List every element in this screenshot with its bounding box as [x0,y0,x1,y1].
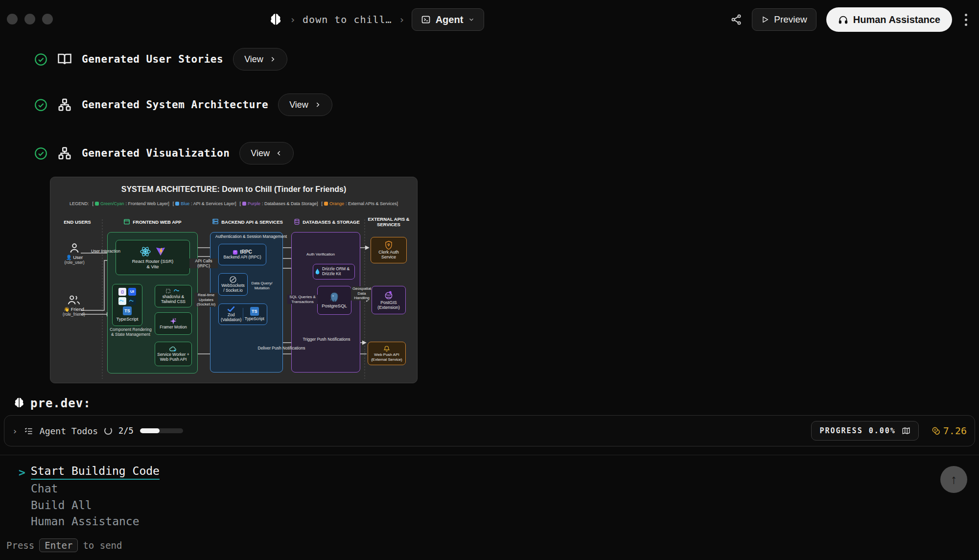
option-label: Build All [31,499,92,512]
edge-data-query: Data Query/ Mutation [248,281,276,290]
diagram-title: SYSTEM ARCHITECTURE: Down to Chill (Tind… [50,185,417,194]
person-icon [68,242,81,255]
sitemap-icon [57,97,72,112]
view-visualization-button[interactable]: View [239,142,294,164]
check-circle-icon [34,147,47,160]
droplet-icon [315,268,320,275]
agent-todos-summary[interactable]: › Agent Todos 2/5 [12,426,183,436]
legend-item: [Green/Cyan: Frontend Web Layer] [92,201,169,206]
task-label: Generated User Stories [82,53,223,65]
shadcn-icon [165,288,171,294]
actor-user: 👤 User (role_user) [57,242,92,265]
preview-button[interactable]: Preview [752,8,816,31]
coins-icon [932,426,941,436]
credits-indicator[interactable]: 7.26 [932,425,967,437]
section-backend: BACKEND API & SERVICES [207,218,288,225]
assistant-name: pre.dev: [30,397,91,410]
project-name[interactable]: down to chill… [303,14,392,25]
window-dot-icon[interactable] [42,14,53,24]
browser-icon [123,218,130,225]
legend-prefix: LEGEND: [70,201,89,206]
map-icon [902,426,910,435]
book-open-icon [57,52,72,67]
chevron-right-icon[interactable]: › [12,426,18,436]
composer-divider [0,455,979,455]
agent-mode-button[interactable]: Agent [412,8,485,31]
node-postgresql: PostgreSQL [317,286,351,315]
node-clerk-auth: Clerk Auth Service [371,237,407,263]
app-window: › down to chill… › Agent Previe [0,0,979,560]
agent-todos-panel: › Agent Todos 2/5 PROGRESS 0.00% [4,415,975,446]
vite-icon [155,246,166,257]
node-framer-motion: Framer Motion [155,312,192,335]
diagram-legend: LEGEND: [Green/Cyan: Frontend Web Layer]… [50,201,417,206]
view-button-label: View [251,148,270,159]
socketio-icon [229,276,237,283]
option-human-assistance[interactable]: Human Assistance [19,513,160,530]
section-end-users: END USERS [55,219,99,225]
option-build-all[interactable]: Build All [19,497,160,513]
legend-swatch [175,202,179,206]
brain-logo-icon [13,397,25,409]
ui-badge-icon: UI [128,288,136,296]
tailwind-icon [118,297,126,305]
bell-icon [383,345,390,352]
node-service-worker: Service Worker + Web Push API [155,342,192,366]
edge-sql-queries: SQL Queries & Transactions [287,295,318,304]
frontend-note: Component Rendering & State Management [108,327,153,337]
option-label: Start Building Code [31,465,160,480]
option-label: Human Assistance [31,515,140,528]
top-bar: › down to chill… › Agent Previe [0,0,979,39]
legend-item: [Orange: External APIs & Services] [322,201,398,206]
legend-swatch [95,202,99,206]
view-button-label: View [289,100,308,110]
progress-badge[interactable]: PROGRESS 0.00% [811,421,918,441]
check-icon [227,306,235,312]
window-dot-icon[interactable] [24,14,35,24]
hint-press: Press [6,540,34,551]
brain-logo-icon [268,12,283,27]
node-trpc: tRPC Backend API (tRPC) [218,244,266,265]
edge-user-interaction: User Interaction [89,249,123,254]
legend-item: [Blue: API & Services Layer] [173,201,236,206]
task-label: Generated Visualization [82,147,230,159]
option-label: Chat [31,482,58,495]
share-icon[interactable] [730,14,742,25]
section-databases: DATABASES & STORAGE [286,218,367,225]
globe-pin-icon [384,290,394,300]
topbar-actions: Preview Human Assistance [730,0,970,39]
database-icon [294,218,300,225]
option-chat[interactable]: Chat [19,481,160,497]
node-websockets: WebSockets / Socket.io [218,273,248,296]
react-icon [140,246,151,257]
sitemap-icon [57,146,72,161]
edge-trigger-push: Trigger Push Notifications [296,337,357,342]
check-circle-icon [34,53,47,66]
node-shadcn-tailwind: shadcn/ui & Tailwind CSS [155,285,192,307]
option-start-building-code[interactable]: > Start Building Code [19,464,160,481]
send-button[interactable]: ↑ [940,466,967,493]
window-dot-icon[interactable] [7,14,18,24]
terminal-icon [421,15,431,24]
more-menu-icon[interactable] [962,11,970,29]
task-row: Generated System Architecture View [34,93,332,116]
check-circle-icon [34,98,47,112]
actor-friend: 👋 Friend (role_friend) [55,294,93,317]
human-assistance-button[interactable]: Human Assistance [826,7,952,32]
section-external: EXTERNAL APIS & SERVICES [367,216,411,227]
server-icon [212,218,219,225]
node-drizzle: Drizzle ORM & Drizzle Kit [313,264,355,280]
edge-realtime-updates: Real-time Updates (Socket.io) [194,293,218,307]
legend-item: [Purple: Databases & Data Storage] [239,201,318,206]
play-icon [761,16,769,23]
headphones-icon [838,15,848,25]
edge-deliver-push: Deliver Push Notifications [250,346,313,350]
agent-todos-title: Agent Todos [40,426,98,436]
view-system-architecture-button[interactable]: View [278,93,332,116]
hint-send: to send [83,540,122,551]
todos-progress-fill [140,428,160,433]
window-controls[interactable] [7,14,53,24]
view-user-stories-button[interactable]: View [233,48,287,70]
todos-count: 2/5 [118,426,134,436]
braces-icon: {} [118,288,126,296]
